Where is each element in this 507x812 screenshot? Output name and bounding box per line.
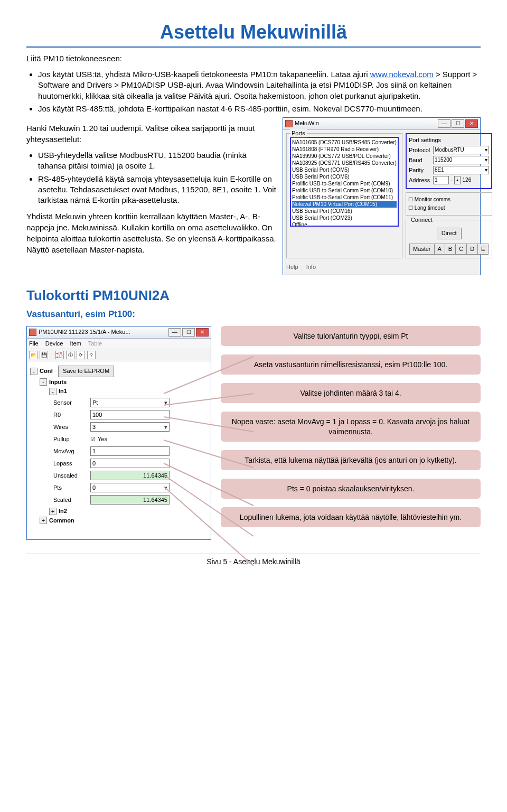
address-label: Address xyxy=(409,176,433,184)
port-item[interactable]: USB Serial Port (COM6) xyxy=(292,173,397,180)
port-item[interactable]: NA108925 (DCS771 USB/RS485 Converter) xyxy=(292,160,397,166)
parity-select[interactable]: 8E1 xyxy=(433,166,490,174)
protocol-label: Protocol xyxy=(409,146,433,154)
collapse-inputs[interactable]: - xyxy=(40,378,47,386)
monitor-comms-check[interactable]: ☐ Monitor comms xyxy=(408,196,490,203)
protocol-select[interactable]: ModbusRTU xyxy=(433,146,490,154)
port-item[interactable]: USB Serial Port (COM5) xyxy=(292,166,397,173)
menu-device[interactable]: Device xyxy=(45,340,63,347)
intro-lead: Liitä PM10 tietokoneeseen: xyxy=(26,53,481,64)
app-icon xyxy=(29,329,36,336)
link-nokeval[interactable]: www.nokeval.com xyxy=(370,70,434,79)
ports-label: Ports xyxy=(290,129,307,137)
minimize-button[interactable]: — xyxy=(438,119,450,128)
pullup-label: Pullup xyxy=(53,435,90,443)
refresh-icon[interactable]: ⟳ xyxy=(77,351,85,359)
page-footer: Sivu 5 - Asettelu Mekuwinillä xyxy=(26,554,481,566)
close-button[interactable]: ✕ xyxy=(196,328,209,337)
slot-b-button[interactable]: B xyxy=(445,244,456,255)
pullup-check[interactable]: Yes xyxy=(90,435,107,443)
help-link[interactable]: Help xyxy=(286,264,298,270)
wires-select[interactable]: 3 xyxy=(90,422,170,432)
master-button[interactable]: Master xyxy=(409,244,435,255)
address-input[interactable]: 1 xyxy=(433,176,449,184)
inputs-node[interactable]: Inputs xyxy=(49,378,67,386)
callout-scaled: Lopullinen lukema, jota voidaan käyttää … xyxy=(221,507,481,527)
slot-a-button[interactable]: A xyxy=(435,244,445,255)
collapse-in1[interactable]: - xyxy=(49,388,57,395)
app-icon xyxy=(285,120,293,127)
sub-heading: Vastusanturi, esim Pt100: xyxy=(26,308,481,321)
callout-movavg: Nopea vaste: aseta MovAvg = 1 ja Lopass … xyxy=(221,412,481,441)
port-item[interactable]: Offline xyxy=(292,221,397,227)
save-icon[interactable]: 💾 xyxy=(40,351,48,359)
collapse-conf[interactable]: - xyxy=(30,368,37,375)
mid-bullet-2: RS-485-yhteydellä käytä samoja yhteysase… xyxy=(38,174,276,206)
scaled-value: 11.64345 xyxy=(90,495,170,505)
maximize-button[interactable]: ☐ xyxy=(182,328,195,337)
section-heading: Tulokortti PM10UNI2A xyxy=(26,286,481,305)
r0-label: R0 xyxy=(53,411,90,419)
save-eeprom-button[interactable]: Save to EEPROM xyxy=(58,366,114,377)
port-item[interactable]: Prolific USB-to-Serial Comm Port (COM9) xyxy=(292,180,397,187)
top-bullets: Jos käytät USB:tä, yhdistä Mikro-USB-kaa… xyxy=(38,69,481,114)
movavg-label: MovAvg xyxy=(53,447,90,455)
unscaled-value: 11.64345 xyxy=(90,471,170,480)
pts-select[interactable]: 0 xyxy=(90,483,170,492)
port-item[interactable]: NA139990 (DCS772 USB/POL Converter) xyxy=(292,153,397,160)
di-icon[interactable]: ●DI●AC xyxy=(55,351,64,359)
mekuwin-intro: Hanki Mekuwin 1.20 tai uudempi. Valitse … xyxy=(26,123,276,145)
toolbar: 📂 💾 ●DI●AC ⓘ ⟳ ? xyxy=(27,349,211,361)
slot-e-button[interactable]: E xyxy=(478,244,489,255)
in2-node[interactable]: In2 xyxy=(59,507,67,515)
callout-r0: Aseta vastusanturin nimellisresistanssi,… xyxy=(221,354,481,375)
mekuwin-window: MekuWin — ☐ ✕ Ports NA101605 (DCS770 USB… xyxy=(283,117,481,275)
pm10-title: PM10UNI2 111223 15/1/A - Meku... xyxy=(39,328,130,336)
ports-list[interactable]: NA101605 (DCS770 USB/RS485 Converter) NA… xyxy=(290,137,399,227)
connect-label: Connect xyxy=(409,216,434,224)
open-icon[interactable]: 📂 xyxy=(29,351,37,359)
sensor-select[interactable]: Pt xyxy=(90,398,170,407)
lopass-input[interactable]: 0 xyxy=(90,459,170,468)
menu-file[interactable]: File xyxy=(29,340,39,347)
minimize-button[interactable]: — xyxy=(168,328,181,337)
top-bullet-1: Jos käytät USB:tä, yhdistä Mikro-USB-kaa… xyxy=(38,69,481,101)
port-item[interactable]: Prolific USB-to-Serial Comm Port (COM11) xyxy=(292,194,397,201)
menu-bar: File Device Item Table xyxy=(27,339,211,349)
in1-node[interactable]: In1 xyxy=(59,387,67,395)
port-item[interactable]: USB Serial Port (COM16) xyxy=(292,208,397,214)
mid-bullets: USB-yhteydellä valitse ModbusRTU, 115200… xyxy=(38,150,276,206)
pts-label: Pts xyxy=(53,484,90,492)
info-link[interactable]: Info xyxy=(306,264,316,270)
baud-label: Baud xyxy=(409,156,433,164)
address-stepper[interactable]: ▴ xyxy=(454,176,461,184)
common-node[interactable]: Common xyxy=(49,517,74,525)
slot-d-button[interactable]: D xyxy=(467,244,478,255)
r0-input[interactable]: 100 xyxy=(90,410,170,419)
conf-node[interactable]: Conf xyxy=(40,367,53,375)
wires-label: Wires xyxy=(53,423,90,431)
info-icon[interactable]: ⓘ xyxy=(66,351,74,359)
close-button[interactable]: ✕ xyxy=(465,119,478,128)
menu-table[interactable]: Table xyxy=(88,340,102,347)
maximize-button[interactable]: ☐ xyxy=(452,119,464,128)
expand-in2[interactable]: + xyxy=(49,508,57,515)
help-icon[interactable]: ? xyxy=(87,351,96,359)
port-item[interactable]: NA161808 (FTR970 Radio Receiver) xyxy=(292,146,397,153)
menu-item[interactable]: Item xyxy=(70,340,81,347)
expand-common[interactable]: + xyxy=(40,517,47,524)
after-mid: Yhdistä Mekuwin yhteen korttiin kerralla… xyxy=(26,211,276,255)
page-title: Asettelu Mekuwinillä xyxy=(26,21,481,48)
direct-button[interactable]: Direct xyxy=(437,228,462,239)
port-item[interactable]: Prolific USB-to-Serial Comm Port (COM10) xyxy=(292,187,397,194)
baud-select[interactable]: 115200 xyxy=(433,156,490,164)
bullet-1-pre: Jos käytät USB:tä, yhdistä Mikro-USB-kaa… xyxy=(38,70,370,79)
long-timeout-check[interactable]: ☐ Long timeout xyxy=(408,204,490,212)
movavg-input[interactable]: 1 xyxy=(90,446,170,456)
port-item[interactable]: NA101605 (DCS770 USB/RS485 Converter) xyxy=(292,139,397,146)
slot-c-button[interactable]: C xyxy=(456,244,467,255)
port-item[interactable]: USB Serial Port (COM23) xyxy=(292,214,397,221)
port-item-selected[interactable]: Nokeval PM10 Virtual Port (COM15) xyxy=(292,201,397,208)
mekuwin-title: MekuWin xyxy=(295,119,319,127)
sensor-label: Sensor xyxy=(53,399,90,407)
